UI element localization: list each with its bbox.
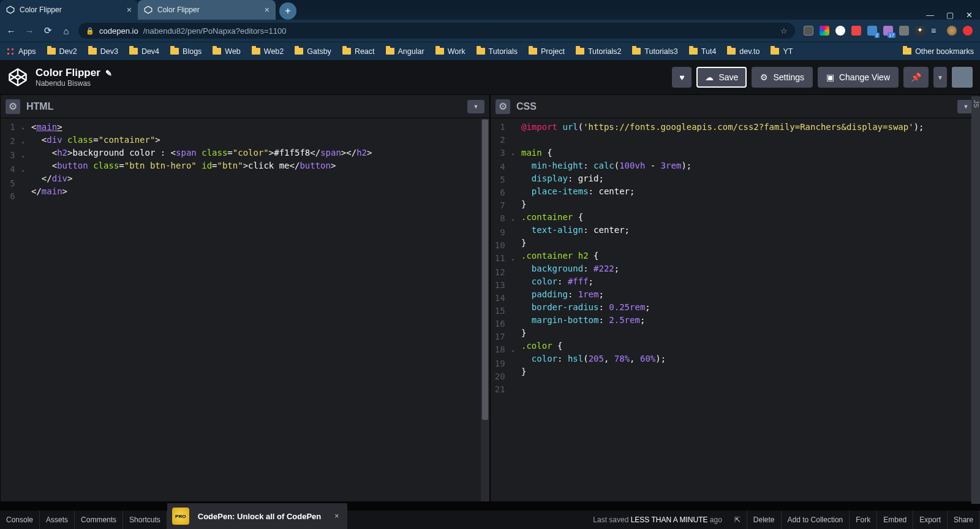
ext-icon[interactable] xyxy=(899,26,909,36)
other-bookmarks-label: Other bookmarks xyxy=(915,47,974,56)
bookmark-folder[interactable]: Dev4 xyxy=(129,47,159,56)
open-external-icon[interactable]: ⇱ xyxy=(728,511,747,529)
folder-icon xyxy=(252,48,260,55)
pin-button[interactable]: 📌 xyxy=(903,67,929,88)
other-bookmarks[interactable]: Other bookmarks xyxy=(903,47,974,56)
footer-action[interactable]: Fork xyxy=(850,511,877,529)
js-panel-collapsed[interactable]: JS xyxy=(971,96,980,504)
close-window-icon[interactable]: ✕ xyxy=(966,10,973,20)
footer-tab[interactable]: Shortcuts xyxy=(123,511,167,529)
bookmark-folder[interactable]: Web2 xyxy=(252,47,284,56)
layout-icon: ▣ xyxy=(826,72,834,82)
bookmark-folder[interactable]: YT xyxy=(771,47,793,56)
footer-action[interactable]: Export xyxy=(913,511,948,529)
preview-splitter[interactable] xyxy=(0,502,980,511)
new-tab-button[interactable]: + xyxy=(279,2,296,20)
ext-icon[interactable] xyxy=(963,26,973,36)
folder-icon xyxy=(47,48,56,55)
codepen-header: Color Flipper✎ Nabendu Biswas ♥ ☁Save ⚙S… xyxy=(0,60,980,94)
css-editor[interactable]: 1 2 3 ▸4 5 6 7 8 ▸9 10 11 ▸12 13 14 15 1… xyxy=(491,118,979,501)
edit-pencil-icon[interactable]: ✎ xyxy=(105,69,112,78)
folder-icon xyxy=(529,48,537,55)
folder-icon xyxy=(295,48,303,55)
svg-marker-0 xyxy=(7,6,14,13)
chevron-down-icon: ▼ xyxy=(963,104,969,110)
ext-icon[interactable] xyxy=(835,26,845,36)
html-editor[interactable]: 1 ▸2 ▸3 ▸4 ▸5 6 <main> <div class="conta… xyxy=(1,118,489,501)
maximize-icon[interactable]: ▢ xyxy=(946,10,954,20)
reading-list-icon[interactable]: ≡ xyxy=(931,26,941,36)
bookmark-folder[interactable]: Work xyxy=(435,47,466,56)
ext-icon[interactable]: 17 xyxy=(883,26,893,36)
bookmark-folder[interactable]: Tutorials3 xyxy=(632,47,677,56)
bookmark-star-icon[interactable]: ☆ xyxy=(780,26,788,36)
home-icon[interactable]: ⌂ xyxy=(60,26,72,36)
footer-action[interactable]: Add to Collection xyxy=(782,511,850,529)
close-tab-icon[interactable]: × xyxy=(127,5,132,15)
bookmark-label: React xyxy=(355,47,375,56)
settings-label: Settings xyxy=(773,72,804,82)
url-field[interactable]: 🔒 codepen.io/nabendu82/pen/PoNapxa?edito… xyxy=(78,23,795,39)
html-scrollbar[interactable] xyxy=(481,118,489,501)
footer-tab[interactable]: Comments xyxy=(75,511,123,529)
bookmark-folder[interactable]: React xyxy=(342,47,375,56)
extension-icons: 2 17 ✦ ≡ xyxy=(801,26,975,36)
back-icon[interactable]: ← xyxy=(5,26,17,36)
change-view-button[interactable]: ▣Change View xyxy=(818,67,899,88)
browser-tab-inactive[interactable]: Color Flipper × xyxy=(138,0,276,20)
bookmark-label: Project xyxy=(541,47,565,56)
url-domain: codepen.io xyxy=(99,26,138,36)
apps-shortcut[interactable]: Apps xyxy=(6,47,36,56)
pen-title[interactable]: Color Flipper✎ xyxy=(36,67,112,79)
minimize-icon[interactable]: — xyxy=(926,10,934,20)
reload-icon[interactable]: ⟳ xyxy=(42,25,54,36)
extensions-puzzle-icon[interactable]: ✦ xyxy=(915,26,925,36)
bookmark-folder[interactable]: Angular xyxy=(386,47,424,56)
ext-icon[interactable] xyxy=(851,26,861,36)
footer-action[interactable]: Share xyxy=(948,511,980,529)
bookmark-folder[interactable]: Tutorials xyxy=(477,47,518,56)
folder-icon xyxy=(88,48,97,55)
bookmark-label: Dev4 xyxy=(141,47,159,56)
ext-icon[interactable] xyxy=(820,26,829,36)
css-settings-gear[interactable]: ⚙ xyxy=(496,99,510,114)
codepen-logo-icon[interactable] xyxy=(7,67,28,88)
html-settings-gear[interactable]: ⚙ xyxy=(6,99,20,114)
profile-avatar-icon[interactable] xyxy=(947,26,957,36)
user-avatar[interactable] xyxy=(952,67,973,88)
bookmark-label: Tut4 xyxy=(701,47,717,56)
footer-tab[interactable]: Console xyxy=(0,511,40,529)
bookmark-folder[interactable]: dev.to xyxy=(727,47,760,56)
bookmark-folder[interactable]: Dev2 xyxy=(47,47,77,56)
save-label: Save xyxy=(718,72,738,82)
bookmark-folder[interactable]: Gatsby xyxy=(295,47,331,56)
pro-banner-text[interactable]: CodePen: Unlock all of CodePen xyxy=(198,512,322,521)
js-panel-label: JS xyxy=(973,100,980,108)
browser-tab-title: Color Flipper xyxy=(20,6,62,14)
forward-icon[interactable]: → xyxy=(23,26,36,36)
bookmark-folder[interactable]: Project xyxy=(529,47,565,56)
footer-action[interactable]: Embed xyxy=(877,511,913,529)
bookmark-folder[interactable]: Tutorials2 xyxy=(576,47,621,56)
heart-icon: ♥ xyxy=(679,72,684,82)
close-tab-icon[interactable]: × xyxy=(265,5,270,15)
html-panel-dropdown[interactable]: ▼ xyxy=(467,100,484,113)
love-button[interactable]: ♥ xyxy=(672,67,692,88)
pin-dropdown[interactable]: ▼ xyxy=(933,67,947,88)
footer-tab[interactable]: Assets xyxy=(40,511,75,529)
footer-action[interactable]: Delete xyxy=(747,511,782,529)
bookmark-folder[interactable]: Blogs xyxy=(170,47,202,56)
pro-banner-close[interactable]: × xyxy=(334,512,339,520)
folder-icon xyxy=(435,48,444,55)
browser-tab-active[interactable]: Color Flipper × xyxy=(0,0,138,20)
cloud-icon: ☁ xyxy=(705,72,714,82)
bookmark-folder[interactable]: Dev3 xyxy=(88,47,118,56)
ext-icon[interactable]: 2 xyxy=(867,26,877,36)
pro-badge-icon: PRO xyxy=(172,508,189,525)
bookmark-folder[interactable]: Web xyxy=(213,47,240,56)
settings-button[interactable]: ⚙Settings xyxy=(752,67,813,88)
ext-icon[interactable] xyxy=(804,26,813,36)
pen-author[interactable]: Nabendu Biswas xyxy=(36,79,112,88)
bookmark-folder[interactable]: Tut4 xyxy=(689,47,717,56)
save-button[interactable]: ☁Save xyxy=(696,67,747,88)
